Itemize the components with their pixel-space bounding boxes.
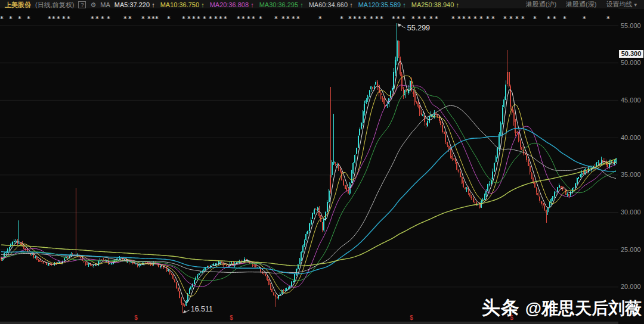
svg-text:*: *: [203, 15, 206, 23]
svg-text:*: *: [547, 15, 550, 23]
svg-text:*: *: [521, 15, 525, 23]
svg-text:*: *: [219, 15, 222, 23]
svg-text:*: *: [397, 15, 400, 23]
svg-text:*: *: [486, 15, 490, 23]
watermark: 头条 @雅思天后刘薇: [482, 295, 642, 320]
axis-tick-label: 30.000: [621, 208, 641, 216]
price-annotations: 55.29916.511: [183, 23, 430, 313]
svg-text:*: *: [348, 15, 352, 23]
caret-down-icon: ▾: [634, 2, 637, 8]
svg-text:*: *: [563, 15, 566, 23]
ma-line-20: [1, 85, 616, 288]
last-price-badge: 50.300: [619, 50, 643, 58]
svg-text:*: *: [52, 15, 55, 23]
axis-tick-label: 25.000: [621, 246, 641, 254]
ma-readout: MA30:36.295 ↑: [259, 1, 304, 9]
svg-text:*: *: [380, 15, 383, 23]
event-markers: ****************************************…: [0, 15, 610, 23]
svg-text:*: *: [18, 15, 21, 23]
axis-tick-label: 45.000: [621, 96, 641, 104]
ma-settings-label: 设置均线: [606, 1, 632, 8]
svg-text:*: *: [128, 15, 132, 23]
svg-text:*: *: [296, 15, 300, 23]
svg-text:*: *: [515, 15, 519, 23]
chart-scrollbar[interactable]: [0, 322, 618, 324]
svg-text:*: *: [48, 15, 51, 23]
svg-text:*: *: [62, 15, 66, 23]
svg-text:*: *: [358, 15, 361, 23]
svg-text:*: *: [392, 15, 395, 23]
svg-text:*: *: [340, 15, 343, 23]
svg-text:*: *: [0, 15, 4, 23]
svg-text:*: *: [451, 15, 455, 23]
svg-text:*: *: [182, 15, 185, 23]
svg-text:55.299: 55.299: [407, 24, 430, 32]
svg-text:*: *: [214, 15, 218, 23]
ma-group-label: MA: [100, 1, 110, 9]
svg-text:*: *: [252, 15, 255, 23]
svg-text:$: $: [230, 314, 233, 321]
help-button[interactable]: ?: [78, 1, 86, 8]
svg-text:*: *: [95, 15, 99, 23]
axis-tick-label: 55.000: [621, 22, 641, 30]
axis-tick-label: 50.000: [621, 59, 641, 67]
svg-text:*: *: [479, 15, 483, 23]
svg-text:*: *: [197, 15, 200, 23]
svg-text:*: *: [187, 15, 191, 23]
svg-text:*: *: [286, 15, 290, 23]
svg-text:*: *: [435, 15, 438, 23]
svg-text:*: *: [363, 15, 367, 23]
svg-text:*: *: [91, 15, 94, 23]
svg-text:*: *: [370, 15, 373, 23]
svg-text:*: *: [462, 15, 466, 23]
svg-text:*: *: [411, 15, 415, 23]
svg-text:*: *: [491, 15, 495, 23]
ma-readout: MA60:34.660 ↑: [309, 1, 353, 9]
svg-text:*: *: [192, 15, 196, 23]
svg-text:*: *: [606, 15, 610, 23]
svg-text:*: *: [209, 15, 212, 23]
svg-text:*: *: [107, 15, 110, 23]
svg-text:*: *: [141, 15, 145, 23]
candlestick-chart[interactable]: ****************************************…: [0, 8, 618, 324]
hk-connect-sz-link[interactable]: 港股通(深): [566, 0, 596, 9]
ma-line-10: [1, 76, 616, 296]
ma-settings-button[interactable]: 设置均线 ▾: [606, 0, 637, 9]
price-axis: 55.00050.00045.00040.00035.00030.00025.0…: [618, 8, 644, 324]
gear-icon[interactable]: ⚙: [90, 1, 96, 9]
ma-readout: MA10:36.750 ↑: [160, 1, 205, 9]
chart-header: 上美股份 (日线,前复权) ? ⚙ MA MA5:37.220 ↑MA10:36…: [0, 0, 644, 9]
chart-period-label: (日线,前复权): [35, 1, 74, 9]
svg-text:*: *: [224, 15, 227, 23]
svg-text:*: *: [473, 15, 477, 23]
ma-readout: MA5:37.220 ↑: [114, 1, 155, 9]
svg-text:*: *: [123, 15, 127, 23]
svg-text:*: *: [292, 15, 295, 23]
hk-connect-sh-link[interactable]: 港股通(沪): [526, 0, 556, 9]
svg-text:*: *: [533, 15, 537, 23]
svg-text:*: *: [101, 15, 104, 23]
svg-text:*: *: [274, 15, 278, 23]
svg-text:16.511: 16.511: [191, 305, 213, 313]
svg-text:*: *: [457, 15, 461, 23]
svg-text:*: *: [259, 15, 262, 23]
svg-text:*: *: [67, 15, 70, 23]
axis-tick-label: 20.000: [621, 283, 641, 291]
stock-name: 上美股份: [5, 1, 31, 9]
svg-text:*: *: [429, 15, 433, 23]
svg-text:$: $: [410, 314, 413, 321]
watermark-brand: 头条: [482, 295, 520, 320]
svg-text:*: *: [583, 15, 586, 23]
svg-text:*: *: [423, 15, 426, 23]
svg-text:$: $: [134, 314, 138, 321]
svg-text:*: *: [553, 15, 556, 23]
svg-text:*: *: [417, 15, 421, 23]
svg-text:*: *: [503, 15, 507, 23]
dividend-markers: $$$$: [134, 314, 513, 321]
svg-text:*: *: [281, 15, 285, 23]
header-right-links: 港股通(沪) 港股通(深) 设置均线 ▾: [526, 0, 639, 9]
svg-text:*: *: [402, 15, 405, 23]
svg-text:*: *: [318, 15, 322, 23]
svg-text:*: *: [375, 15, 379, 23]
svg-text:*: *: [509, 15, 513, 23]
